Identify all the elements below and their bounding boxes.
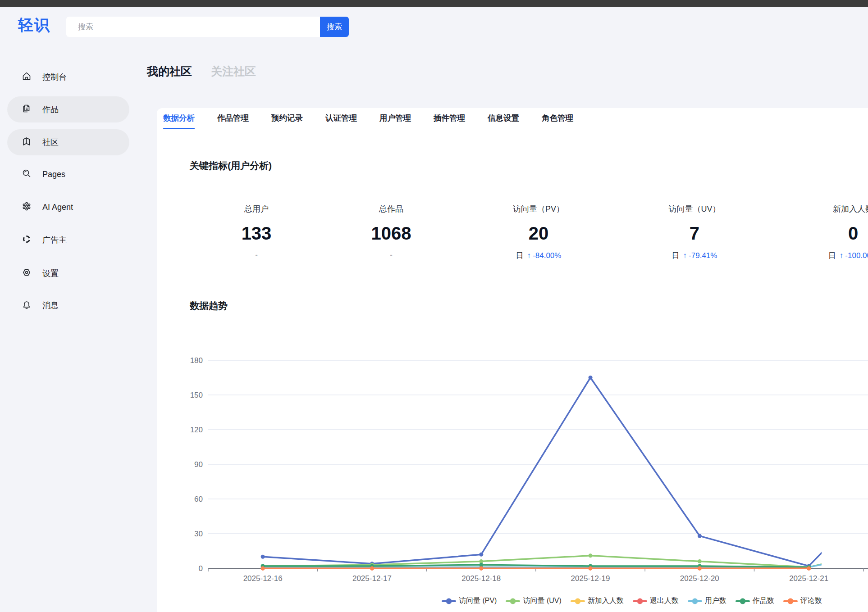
page-title-tabs: 我的社区 关注社区 (147, 64, 256, 79)
sidebar-item-label: 作品 (42, 104, 59, 115)
brand-logo[interactable]: 轻识 (18, 15, 50, 36)
sidebar-item-advertiser[interactable]: 广告主 (7, 227, 129, 253)
metric-sub: 日↑-79.41% (668, 250, 720, 261)
legend-marker-icon (571, 598, 585, 604)
legend-marker-icon (736, 598, 750, 604)
sidebar-item-pages[interactable]: Pages (7, 161, 129, 187)
metric-label: 访问量（UV） (668, 204, 720, 214)
metric-value: 7 (668, 222, 720, 245)
metric-pv: 访问量（PV） 20 日↑-84.00% (513, 204, 564, 261)
search-input[interactable] (66, 17, 320, 37)
legend-label: 新加入人数 (588, 596, 624, 606)
legend-item[interactable]: 评论数 (783, 596, 822, 606)
tab-user-management[interactable]: 用户管理 (379, 108, 411, 129)
ai-agent-icon (22, 201, 32, 213)
legend-marker-icon (633, 598, 647, 604)
metric-sub: - (242, 250, 272, 259)
metric-label: 新加入人数 (828, 204, 868, 214)
tab-info-settings[interactable]: 信息设置 (488, 108, 519, 129)
search-button[interactable]: 搜索 (320, 17, 349, 37)
legend-label: 作品数 (753, 596, 774, 606)
legend-label: 用户数 (705, 596, 726, 606)
metric-total-works: 总作品 1068 - (371, 204, 411, 259)
sidebar-item-label: 设置 (42, 268, 59, 279)
sidebar-item-label: Pages (42, 170, 65, 179)
sidebar-item-works[interactable]: 作品 (7, 96, 129, 122)
trend-section-title: 数据趋势 (190, 299, 228, 312)
metric-sub: 日↑-84.00% (513, 250, 564, 261)
legend-item[interactable]: 访问量 (PV) (442, 596, 497, 606)
metric-total-users: 总用户 133 - (242, 204, 272, 259)
metric-value: 20 (513, 222, 564, 245)
tab-works-management[interactable]: 作品管理 (217, 108, 249, 129)
metric-value: 133 (242, 222, 272, 245)
metric-value: 1068 (371, 222, 411, 245)
tab-booking-records[interactable]: 预约记录 (271, 108, 303, 129)
sidebar-item-label: 消息 (42, 300, 59, 311)
metric-value: 0 (828, 222, 868, 245)
home-icon (22, 71, 32, 83)
works-icon (22, 104, 32, 116)
chart-legend: 访问量 (PV)访问量 (UV)新加入人数退出人数用户数作品数评论数 (442, 596, 822, 606)
page-tab-followed-community[interactable]: 关注社区 (211, 64, 256, 79)
content-tabbar: 数据分析 作品管理 预约记录 认证管理 用户管理 插件管理 信息设置 角色管理 (157, 108, 868, 129)
metric-new-members: 新加入人数 0 日↑-100.00% (828, 204, 868, 261)
up-arrow-icon: ↑ (527, 251, 531, 260)
legend-marker-icon (688, 598, 702, 604)
legend-label: 访问量 (PV) (459, 596, 497, 606)
up-arrow-icon: ↑ (840, 251, 844, 260)
app-root: 轻识 搜索 控制台 作品 社区 Pages AI Agent 广告主 (0, 0, 868, 612)
tab-role-management[interactable]: 角色管理 (542, 108, 573, 129)
tab-data-analysis[interactable]: 数据分析 (163, 108, 195, 129)
sidebar-item-label: 社区 (42, 137, 59, 148)
up-arrow-icon: ↑ (683, 251, 687, 260)
legend-marker-icon (506, 598, 520, 604)
legend-marker-icon (783, 598, 798, 604)
community-icon (22, 136, 32, 149)
pages-icon (22, 168, 32, 181)
sidebar-item-ai-agent[interactable]: AI Agent (7, 194, 129, 220)
sidebar-item-community[interactable]: 社区 (7, 129, 129, 155)
advertiser-icon (22, 234, 32, 246)
metric-label: 总用户 (242, 204, 272, 214)
legend-item[interactable]: 访问量 (UV) (506, 596, 561, 606)
legend-item[interactable]: 新加入人数 (571, 596, 624, 606)
sidebar-item-settings[interactable]: 设置 (7, 260, 129, 286)
metric-label: 总作品 (371, 204, 411, 214)
top-system-bar (0, 0, 868, 7)
metrics-section-title: 关键指标(用户分析) (190, 159, 272, 172)
legend-label: 访问量 (UV) (523, 596, 561, 606)
legend-item[interactable]: 用户数 (688, 596, 726, 606)
messages-icon (22, 299, 32, 312)
tab-plugin-management[interactable]: 插件管理 (434, 108, 465, 129)
page-tab-my-community[interactable]: 我的社区 (147, 64, 192, 79)
legend-label: 评论数 (800, 596, 822, 606)
metric-label: 访问量（PV） (513, 204, 564, 214)
tab-certification-management[interactable]: 认证管理 (325, 108, 357, 129)
sidebar-item-label: 控制台 (42, 72, 67, 82)
sidebar-item-label: AI Agent (42, 203, 73, 212)
metric-uv: 访问量（UV） 7 日↑-79.41% (668, 204, 720, 261)
sidebar-item-dashboard[interactable]: 控制台 (7, 64, 129, 90)
sidebar-item-messages[interactable]: 消息 (7, 292, 129, 318)
legend-label: 退出人数 (650, 596, 679, 606)
legend-item[interactable]: 退出人数 (633, 596, 679, 606)
legend-marker-icon (442, 598, 456, 604)
metric-sub: 日↑-100.00% (828, 250, 868, 261)
sidebar-item-label: 广告主 (42, 235, 67, 245)
metric-sub: - (371, 250, 411, 259)
content-card (157, 108, 868, 612)
legend-item[interactable]: 作品数 (736, 596, 774, 606)
settings-icon (22, 267, 32, 280)
